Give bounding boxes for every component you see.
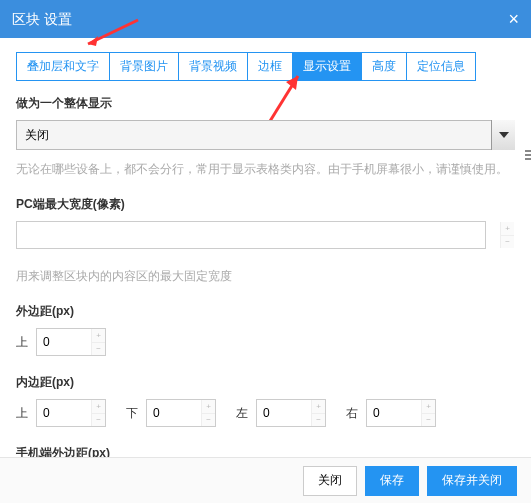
step-up-icon[interactable]: +	[91, 400, 105, 414]
save-button[interactable]: 保存	[365, 466, 419, 496]
step-down-icon[interactable]: −	[91, 343, 105, 356]
display-block-help: 无论在哪些设备上，都不会分行，常用于显示表格类内容。由于手机屏幕很小，请谨慎使用…	[16, 160, 515, 178]
dialog-title: 区块 设置	[12, 0, 72, 38]
pc-max-width-label: PC端最大宽度(像素)	[16, 196, 515, 213]
step-down-icon[interactable]: −	[500, 236, 514, 249]
tab-bg-image[interactable]: 背景图片	[109, 52, 179, 81]
padding-right-label: 右	[346, 405, 360, 422]
step-down-icon[interactable]: −	[91, 414, 105, 427]
step-up-icon[interactable]: +	[311, 400, 325, 414]
step-up-icon[interactable]: +	[201, 400, 215, 414]
padding-top-label: 上	[16, 405, 30, 422]
tab-overlay-text[interactable]: 叠加层和文字	[16, 52, 110, 81]
display-block-label: 做为一个整体显示	[16, 95, 515, 112]
save-close-button[interactable]: 保存并关闭	[427, 466, 517, 496]
padding-left-label: 左	[236, 405, 250, 422]
step-down-icon[interactable]: −	[421, 414, 435, 427]
tab-height[interactable]: 高度	[361, 52, 407, 81]
step-up-icon[interactable]: +	[421, 400, 435, 414]
step-down-icon[interactable]: −	[201, 414, 215, 427]
padding-bottom-label: 下	[126, 405, 140, 422]
tab-bg-video[interactable]: 背景视频	[178, 52, 248, 81]
pc-max-width-help: 用来调整区块内的内容区的最大固定宽度	[16, 267, 515, 285]
tab-border[interactable]: 边框	[247, 52, 293, 81]
dialog-footer: 关闭 保存 保存并关闭	[0, 457, 531, 503]
resize-handle-icon[interactable]	[525, 150, 531, 170]
margin-label: 外边距(px)	[16, 303, 515, 320]
tab-bar: 叠加层和文字 背景图片 背景视频 边框 显示设置 高度 定位信息	[16, 52, 515, 81]
display-block-select[interactable]	[16, 120, 515, 150]
step-up-icon[interactable]: +	[91, 329, 105, 343]
close-button[interactable]: 关闭	[303, 466, 357, 496]
dialog-header: 区块 设置 ×	[0, 0, 531, 38]
tab-display-settings[interactable]: 显示设置	[292, 52, 362, 81]
step-down-icon[interactable]: −	[311, 414, 325, 427]
padding-label: 内边距(px)	[16, 374, 515, 391]
tab-position[interactable]: 定位信息	[406, 52, 476, 81]
margin-top-label: 上	[16, 334, 30, 351]
step-up-icon[interactable]: +	[500, 222, 514, 236]
close-icon[interactable]: ×	[508, 0, 519, 38]
pc-max-width-input[interactable]	[16, 221, 486, 249]
dialog-body: 叠加层和文字 背景图片 背景视频 边框 显示设置 高度 定位信息 做为一个整体显…	[0, 38, 531, 458]
